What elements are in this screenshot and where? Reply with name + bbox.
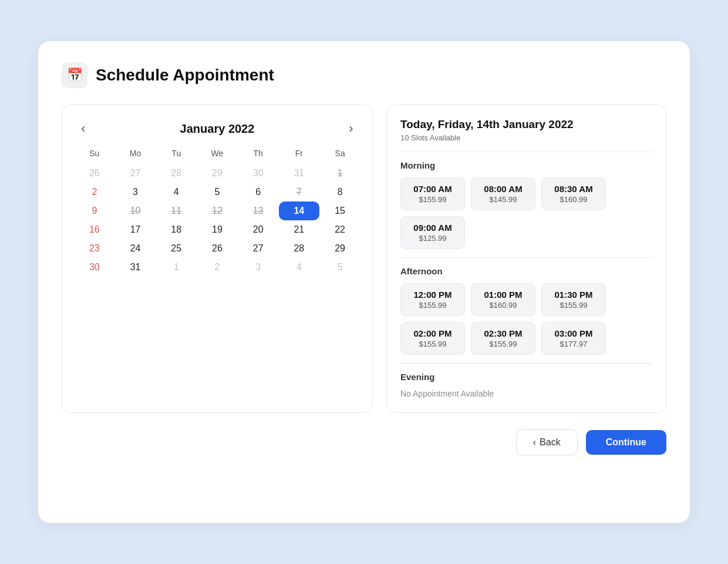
calendar-day[interactable]: 19 xyxy=(197,220,238,239)
slot-time: 09:00 AM xyxy=(413,223,451,233)
calendar-icon-box: 📅 xyxy=(62,62,87,88)
calendar-day[interactable]: 16 xyxy=(74,220,115,239)
calendar-day[interactable]: 22 xyxy=(319,220,360,239)
calendar-day[interactable]: 14 xyxy=(279,202,320,220)
calendar-week-row: 2345678 xyxy=(74,183,360,202)
calendar-weekday-row: SuMoTuWeThFrSa xyxy=(74,149,360,164)
slot-price: $160.99 xyxy=(560,195,588,204)
calendar-day[interactable]: 5 xyxy=(197,183,238,202)
morning-slot-button[interactable]: 07:00 AM$155.99 xyxy=(400,177,465,210)
calendar-body: 2627282930311234567891011121314151617181… xyxy=(74,164,360,277)
afternoon-slot-button[interactable]: 03:00 PM$177.97 xyxy=(541,322,606,355)
slots-panel: Today, Friday, 14th January 2022 10 Slot… xyxy=(387,105,666,413)
calendar-day: 26 xyxy=(74,164,115,183)
back-chevron-icon: ‹ xyxy=(533,437,536,448)
calendar-day[interactable]: 26 xyxy=(197,239,238,258)
back-button[interactable]: ‹ Back xyxy=(516,429,578,455)
calendar-day: 28 xyxy=(156,164,197,183)
calendar-week-row: 2627282930311 xyxy=(74,164,360,183)
slot-price: $155.99 xyxy=(419,340,447,348)
slot-time: 08:30 AM xyxy=(554,184,592,194)
calendar-day[interactable]: 31 xyxy=(115,258,156,277)
calendar-day[interactable]: 17 xyxy=(115,220,156,239)
calendar-week-row: 303112345 xyxy=(74,258,360,277)
calendar-day[interactable]: 9 xyxy=(74,202,115,220)
calendar-day[interactable]: 8 xyxy=(319,183,360,202)
calendar-week-row: 23242526272829 xyxy=(74,239,360,258)
calendar-day[interactable]: 29 xyxy=(319,239,360,258)
slot-price: $155.99 xyxy=(419,301,447,310)
slot-price: $155.99 xyxy=(490,340,517,348)
calendar-day[interactable]: 20 xyxy=(238,220,279,239)
calendar-day[interactable]: 15 xyxy=(319,202,360,220)
slot-time: 03:00 PM xyxy=(554,328,592,338)
afternoon-slot-button[interactable]: 01:30 PM$155.99 xyxy=(541,283,606,316)
morning-slot-button[interactable]: 08:30 AM$160.99 xyxy=(541,177,606,210)
prev-month-button[interactable]: ‹ xyxy=(74,119,93,138)
slot-time: 02:30 PM xyxy=(484,328,522,338)
calendar-day[interactable]: 10 xyxy=(115,202,156,220)
calendar-day: 27 xyxy=(115,164,156,183)
calendar-day[interactable]: 21 xyxy=(279,220,320,239)
slots-date-title: Today, Friday, 14th January 2022 xyxy=(400,118,653,131)
afternoon-slot-button[interactable]: 01:00 PM$160.99 xyxy=(471,283,535,316)
main-content: ‹ January 2022 › SuMoTuWeThFrSa 26272829… xyxy=(62,105,666,413)
weekday-header: Fr xyxy=(279,149,320,164)
schedule-appointment-card: 📅 Schedule Appointment ‹ January 2022 › … xyxy=(38,41,690,523)
weekday-header: Th xyxy=(238,149,279,164)
morning-slot-button[interactable]: 09:00 AM$125.99 xyxy=(400,216,465,249)
next-month-button[interactable]: › xyxy=(342,119,360,138)
back-label: Back xyxy=(540,437,561,448)
calendar-day[interactable]: 4 xyxy=(156,183,197,202)
morning-label: Morning xyxy=(400,160,653,170)
calendar-day[interactable]: 11 xyxy=(156,202,197,220)
calendar-day[interactable]: 27 xyxy=(238,239,279,258)
calendar-day[interactable]: 2 xyxy=(74,183,115,202)
weekday-header: Su xyxy=(74,149,115,164)
calendar-day[interactable]: 1 xyxy=(319,164,360,183)
calendar-day[interactable]: 30 xyxy=(74,258,115,277)
morning-slots-grid: 07:00 AM$155.9908:00 AM$145.9908:30 AM$1… xyxy=(400,177,653,249)
divider-evening xyxy=(400,363,653,364)
continue-button[interactable]: Continue xyxy=(586,430,666,455)
divider-afternoon xyxy=(400,257,653,258)
page-title: Schedule Appointment xyxy=(96,66,274,85)
afternoon-slot-button[interactable]: 12:00 PM$155.99 xyxy=(400,283,465,316)
slot-time: 01:00 PM xyxy=(484,290,522,300)
calendar-day[interactable]: 7 xyxy=(279,183,320,202)
calendar-day[interactable]: 12 xyxy=(197,202,238,220)
calendar-day[interactable]: 24 xyxy=(115,239,156,258)
no-appointment-text: No Appointment Available xyxy=(400,389,653,398)
calendar-month-title: January 2022 xyxy=(180,122,255,136)
calendar-day: 3 xyxy=(238,258,279,277)
calendar-day: 1 xyxy=(156,258,197,277)
calendar-grid: SuMoTuWeThFrSa 2627282930311234567891011… xyxy=(74,149,360,277)
slots-available: 10 Slots Available xyxy=(400,133,653,142)
footer-actions: ‹ Back Continue xyxy=(62,429,666,455)
calendar-day[interactable]: 13 xyxy=(238,202,279,220)
calendar-day[interactable]: 25 xyxy=(156,239,197,258)
calendar-week-row: 9101112131415 xyxy=(74,202,360,220)
afternoon-slot-button[interactable]: 02:30 PM$155.99 xyxy=(471,322,535,355)
slot-price: $160.99 xyxy=(490,301,517,310)
calendar-day: 5 xyxy=(319,258,360,277)
calendar-nav: ‹ January 2022 › xyxy=(74,119,360,138)
calendar-day[interactable]: 23 xyxy=(74,239,115,258)
slot-price: $155.99 xyxy=(560,301,588,310)
afternoon-slot-button[interactable]: 02:00 PM$155.99 xyxy=(400,322,465,355)
slot-price: $177.97 xyxy=(560,340,588,348)
calendar-day[interactable]: 18 xyxy=(156,220,197,239)
slot-time: 12:00 PM xyxy=(413,290,451,300)
calendar-day[interactable]: 28 xyxy=(279,239,320,258)
calendar-day: 30 xyxy=(238,164,279,183)
calendar-icon: 📅 xyxy=(67,68,83,83)
slot-price: $145.99 xyxy=(490,195,517,204)
calendar-day: 29 xyxy=(197,164,238,183)
weekday-header: We xyxy=(197,149,238,164)
calendar-day: 4 xyxy=(279,258,320,277)
morning-slot-button[interactable]: 08:00 AM$145.99 xyxy=(471,177,535,210)
calendar-day[interactable]: 6 xyxy=(238,183,279,202)
evening-label: Evening xyxy=(400,372,653,382)
calendar-day[interactable]: 3 xyxy=(115,183,156,202)
slot-time: 07:00 AM xyxy=(413,184,451,194)
